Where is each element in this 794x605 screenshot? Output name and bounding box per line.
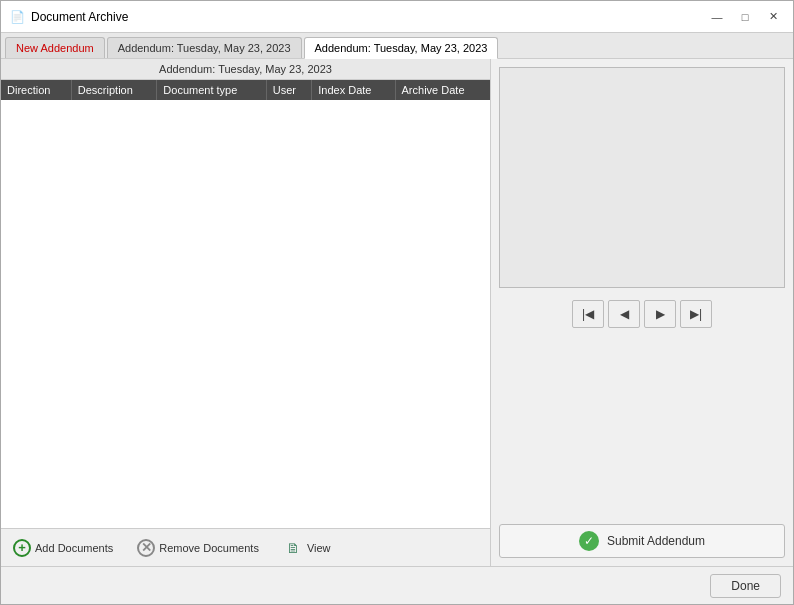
view-icon: 🗎 <box>283 540 303 556</box>
maximize-button[interactable]: □ <box>733 7 757 27</box>
window-controls: — □ ✕ <box>705 7 785 27</box>
window-title: Document Archive <box>31 10 705 24</box>
tab-bar: New Addendum Addendum: Tuesday, May 23, … <box>1 33 793 59</box>
checkmark-icon: ✓ <box>579 531 599 551</box>
add-documents-button[interactable]: + Add Documents <box>9 537 117 559</box>
col-archive-date: Archive Date <box>395 80 490 100</box>
col-document-type: Document type <box>157 80 266 100</box>
last-page-button[interactable]: ▶| <box>680 300 712 328</box>
prev-page-button[interactable]: ◀ <box>608 300 640 328</box>
add-documents-label: Add Documents <box>35 542 113 554</box>
tab-addendum-1[interactable]: Addendum: Tuesday, May 23, 2023 <box>107 37 302 58</box>
first-page-icon: |◀ <box>582 307 594 321</box>
bottom-toolbar: + Add Documents ✕ Remove Documents 🗎 Vie… <box>1 528 490 566</box>
first-page-button[interactable]: |◀ <box>572 300 604 328</box>
document-preview <box>499 67 785 288</box>
content-area: Addendum: Tuesday, May 23, 2023 Directio… <box>1 59 793 566</box>
col-description: Description <box>71 80 157 100</box>
col-user: User <box>266 80 312 100</box>
remove-documents-button[interactable]: ✕ Remove Documents <box>133 537 263 559</box>
col-index-date: Index Date <box>312 80 395 100</box>
tab-new-addendum[interactable]: New Addendum <box>5 37 105 58</box>
submit-addendum-label: Submit Addendum <box>607 534 705 548</box>
title-bar: 📄 Document Archive — □ ✕ <box>1 1 793 33</box>
last-page-icon: ▶| <box>690 307 702 321</box>
table-header-row: Direction Description Document type User… <box>1 80 490 100</box>
remove-icon: ✕ <box>137 539 155 557</box>
bottom-bar: Done <box>1 566 793 604</box>
window-icon: 📄 <box>9 9 25 25</box>
remove-documents-label: Remove Documents <box>159 542 259 554</box>
col-direction: Direction <box>1 80 71 100</box>
view-label: View <box>307 542 331 554</box>
right-bottom-area: ✓ Submit Addendum <box>499 340 785 559</box>
done-button[interactable]: Done <box>710 574 781 598</box>
close-button[interactable]: ✕ <box>761 7 785 27</box>
add-icon: + <box>13 539 31 557</box>
minimize-button[interactable]: — <box>705 7 729 27</box>
main-window: 📄 Document Archive — □ ✕ New Addendum Ad… <box>0 0 794 605</box>
addendum-header: Addendum: Tuesday, May 23, 2023 <box>1 59 490 80</box>
view-button[interactable]: 🗎 View <box>279 538 335 558</box>
right-panel: |◀ ◀ ▶ ▶| ✓ Submit Addendum <box>491 59 793 566</box>
submit-addendum-button[interactable]: ✓ Submit Addendum <box>499 524 785 558</box>
tab-addendum-2[interactable]: Addendum: Tuesday, May 23, 2023 <box>304 37 499 59</box>
document-table: Direction Description Document type User… <box>1 80 490 100</box>
prev-page-icon: ◀ <box>620 307 629 321</box>
navigation-controls: |◀ ◀ ▶ ▶| <box>499 296 785 332</box>
next-page-button[interactable]: ▶ <box>644 300 676 328</box>
next-page-icon: ▶ <box>656 307 665 321</box>
left-panel: Addendum: Tuesday, May 23, 2023 Directio… <box>1 59 491 566</box>
document-table-container: Direction Description Document type User… <box>1 80 490 528</box>
